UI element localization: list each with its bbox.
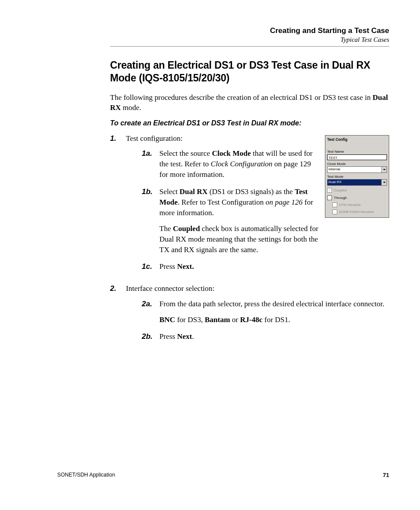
coupled-checkbox-row: ✓ Coupled xyxy=(327,188,387,193)
chevron-down-icon xyxy=(381,167,387,172)
test-mode-label: Test Mode xyxy=(327,174,387,179)
chevron-down-icon xyxy=(381,180,387,185)
sonet-checkbox-row: SONET/SDH Intrusive xyxy=(332,209,387,214)
header-rule xyxy=(110,46,389,47)
running-header: Creating and Starting a Test Case Typica… xyxy=(110,26,389,44)
step-number: 1. xyxy=(110,133,126,144)
page: Creating and Starting a Test Case Typica… xyxy=(0,0,420,510)
step-text: Interface connector selection: xyxy=(126,284,214,293)
test-mode-select[interactable]: Dual RX xyxy=(327,179,387,186)
clock-mode-label: Clock Mode xyxy=(327,161,387,166)
footer-title: SONET/SDH Application xyxy=(57,472,115,478)
checkbox-icon[interactable] xyxy=(332,209,337,214)
step-2: 2. Interface connector selection: 2a. Fr… xyxy=(110,283,389,348)
test-name-label: Test Name xyxy=(327,149,387,154)
otn-checkbox-row: OTN Intrusive xyxy=(332,202,387,207)
checkbox-checked-icon[interactable]: ✓ xyxy=(327,188,332,193)
clock-mode-select[interactable]: Internal xyxy=(327,166,387,173)
checkbox-icon[interactable] xyxy=(332,202,337,207)
through-checkbox-row: Through xyxy=(327,195,387,200)
step-1: 1. Test Config Test Name TEST Clock Mode… xyxy=(110,133,389,278)
subchapter-title: Typical Test Cases xyxy=(110,36,389,44)
step-2b: 2b. Press Next. xyxy=(142,331,389,342)
panel-title: Test Config xyxy=(327,137,387,142)
page-footer: SONET/SDH Application 71 xyxy=(57,472,389,478)
test-name-input[interactable]: TEST xyxy=(327,154,387,160)
chapter-title: Creating and Starting a Test Case xyxy=(110,26,389,35)
checkbox-icon[interactable] xyxy=(327,195,332,200)
test-config-screenshot: Test Config Test Name TEST Clock Mode In… xyxy=(325,135,389,218)
procedure-heading: To create an Electrical DS1 or DS3 Test … xyxy=(110,119,389,127)
intro-paragraph: The following procedures describe the cr… xyxy=(110,92,389,114)
page-number: 71 xyxy=(383,472,389,478)
procedure-list: 1. Test Config Test Name TEST Clock Mode… xyxy=(110,133,389,348)
section-heading: Creating an Electrical DS1 or DS3 Test C… xyxy=(110,59,389,84)
step-1c: 1c. Press Next. xyxy=(142,261,389,272)
step-text: Test configuration: xyxy=(126,134,183,143)
step-2a: 2a. From the data path selector, press t… xyxy=(142,299,389,325)
